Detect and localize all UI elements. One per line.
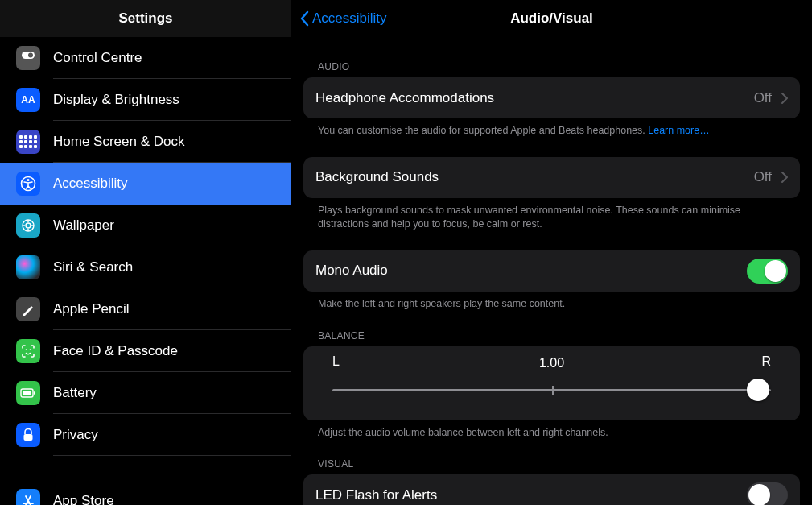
sidebar-item-label: Siri & Search	[53, 259, 133, 275]
detail-header: Accessibility Audio/Visual	[291, 0, 812, 37]
settings-sidebar: Settings Control Centre AA Display & Bri…	[0, 0, 291, 505]
sidebar-item-battery[interactable]: Battery	[0, 372, 291, 414]
balance-section-header: BALANCE	[318, 330, 800, 341]
svg-rect-14	[34, 391, 35, 395]
detail-pane: Accessibility Audio/Visual AUDIO Headpho…	[291, 0, 812, 505]
balance-value: 1.00	[315, 356, 789, 370]
learn-more-link[interactable]: Learn more…	[648, 125, 709, 136]
chevron-left-icon	[299, 10, 309, 27]
pencil-icon	[16, 297, 40, 321]
sidebar-item-label: Home Screen & Dock	[53, 134, 184, 150]
face-id-icon	[16, 339, 40, 363]
cell-title: Mono Audio	[315, 263, 737, 279]
cell-led-flash[interactable]: LED Flash for Alerts	[303, 474, 800, 505]
sidebar-item-label: Display & Brightness	[53, 92, 179, 108]
wallpaper-icon	[16, 213, 40, 238]
svg-point-10	[26, 349, 27, 350]
svg-point-5	[26, 223, 31, 228]
battery-icon	[16, 381, 40, 405]
sidebar-title: Settings	[0, 0, 291, 37]
cell-title: LED Flash for Alerts	[315, 487, 737, 503]
sidebar-item-label: Control Centre	[53, 50, 142, 66]
sidebar-item-label: Apple Pencil	[53, 301, 130, 317]
background-note: Plays background sounds to mask unwanted…	[318, 204, 800, 231]
sidebar-list: Control Centre AA Display & Brightness H…	[0, 37, 291, 505]
back-button[interactable]: Accessibility	[299, 10, 387, 27]
privacy-icon	[16, 423, 40, 447]
mono-audio-toggle[interactable]	[747, 259, 788, 284]
svg-point-11	[30, 349, 31, 350]
headphone-note-text: You can customise the audio for supporte…	[318, 125, 648, 136]
detail-title: Audio/Visual	[510, 10, 593, 27]
balance-note: Adjust the audio volume balance between …	[318, 426, 800, 440]
cell-mono-audio[interactable]: Mono Audio	[303, 250, 800, 292]
led-flash-toggle[interactable]	[747, 482, 788, 505]
sidebar-item-face-id[interactable]: Face ID & Passcode	[0, 330, 291, 372]
visual-section-header: VISUAL	[318, 458, 800, 470]
control-centre-icon	[16, 46, 40, 70]
balance-slider[interactable]	[332, 379, 771, 401]
cell-value: Off	[754, 169, 772, 185]
headphone-note: You can customise the audio for supporte…	[318, 124, 800, 138]
balance-left-label: L	[332, 354, 340, 369]
accessibility-icon	[16, 172, 40, 196]
sidebar-item-label: Face ID & Passcode	[53, 343, 178, 359]
sidebar-item-accessibility[interactable]: Accessibility	[0, 163, 291, 205]
svg-rect-13	[23, 391, 31, 395]
sidebar-item-privacy[interactable]: Privacy	[0, 414, 291, 456]
cell-value: Off	[754, 90, 772, 106]
siri-icon	[16, 255, 40, 279]
balance-card: L R 1.00	[303, 346, 800, 420]
sidebar-item-label: Privacy	[53, 427, 98, 443]
balance-knob[interactable]	[747, 379, 769, 401]
chevron-right-icon	[781, 93, 788, 104]
sidebar-item-wallpaper[interactable]: Wallpaper	[0, 205, 291, 246]
sidebar-item-siri-search[interactable]: Siri & Search	[0, 246, 291, 288]
sidebar-item-label: App Store	[53, 493, 114, 505]
balance-right-label: R	[761, 354, 771, 369]
sidebar-item-label: Battery	[53, 385, 97, 401]
sidebar-item-label: Accessibility	[53, 176, 128, 192]
mono-note: Make the left and right speakers play th…	[318, 297, 800, 311]
cell-headphone-accommodations[interactable]: Headphone Accommodations Off	[303, 77, 800, 118]
svg-point-1	[28, 53, 33, 58]
svg-rect-15	[24, 434, 33, 441]
sidebar-item-home-screen[interactable]: Home Screen & Dock	[0, 121, 291, 163]
sidebar-item-apple-pencil[interactable]: Apple Pencil	[0, 288, 291, 330]
sidebar-item-label: Wallpaper	[53, 217, 114, 234]
display-icon: AA	[16, 88, 40, 112]
chevron-right-icon	[781, 172, 788, 183]
cell-title: Background Sounds	[315, 169, 744, 185]
audio-section-header: AUDIO	[318, 61, 800, 72]
sidebar-item-display-brightness[interactable]: AA Display & Brightness	[0, 79, 291, 121]
cell-title: Headphone Accommodations	[315, 90, 744, 106]
home-screen-icon	[16, 130, 40, 154]
svg-point-3	[27, 179, 29, 181]
cell-background-sounds[interactable]: Background Sounds Off	[303, 157, 800, 198]
back-label: Accessibility	[312, 10, 387, 27]
sidebar-item-control-centre[interactable]: Control Centre	[0, 37, 291, 79]
sidebar-item-app-store[interactable]: App Store	[0, 480, 291, 505]
app-store-icon	[16, 489, 40, 505]
